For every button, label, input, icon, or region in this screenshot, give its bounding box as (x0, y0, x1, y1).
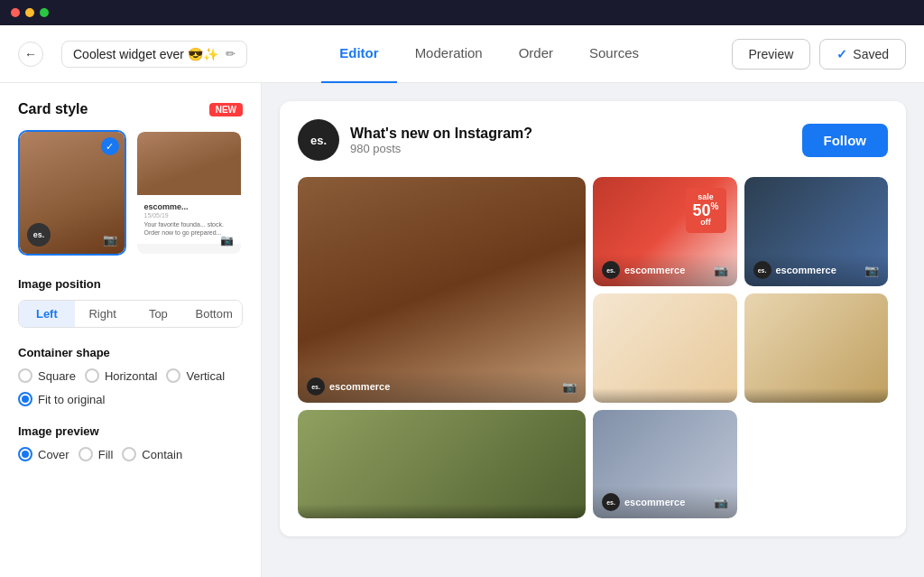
photo-grid: es. escommerce 📷 sale 50% off (298, 177, 888, 518)
photo-avatar-1: es. (307, 377, 325, 396)
container-shape-options: Square Horizontal Vertical Fit to origin… (18, 368, 243, 406)
maximize-button[interactable] (40, 8, 49, 17)
shape-vertical-label: Vertical (186, 369, 225, 383)
shape-square-label: Square (38, 369, 76, 383)
card-style-section: Card style NEW (18, 101, 243, 117)
container-shape-title: Container shape (18, 346, 243, 359)
photo-avatar-3: es. (753, 261, 772, 279)
sale-off: off (693, 219, 719, 228)
image-preview-options: Cover Fill Contain (18, 447, 243, 461)
image-position-tabs: Left Right Top Bottom (18, 300, 243, 328)
shape-horizontal-label: Horizontal (105, 369, 158, 383)
preview-contain[interactable]: Contain (122, 447, 182, 461)
right-content: es. What's new on Instagram? 980 posts F… (262, 83, 924, 577)
photo-cell-3[interactable]: es. escommerce 📷 (744, 177, 889, 286)
minimize-button[interactable] (25, 8, 34, 17)
photo-avatar-7: es. (602, 493, 620, 511)
follow-button[interactable]: Follow (802, 124, 889, 157)
photo-overlay-2: es. escommerce 📷 (593, 254, 737, 286)
photo-cell-5[interactable] (744, 293, 889, 403)
photo-avatar-2: es. (602, 261, 620, 279)
preview-button[interactable]: Preview (732, 39, 811, 70)
photo-username-3: escommerce (776, 265, 836, 275)
card-style-options: ✓ es. 📷 escomme... 15/05/19 Your favorit… (18, 130, 243, 256)
preview-contain-label: Contain (142, 448, 182, 461)
image-preview-title: Image preview (18, 424, 243, 438)
pos-tab-bottom[interactable]: Bottom (186, 301, 242, 327)
saved-label: Saved (853, 47, 889, 61)
photo-cell-1[interactable]: es. escommerce 📷 (298, 177, 586, 403)
tab-order[interactable]: Order (501, 25, 571, 83)
header-actions: Preview ✓ Saved (732, 39, 907, 70)
photo-username-1: escommerce (329, 381, 390, 392)
photo-cell-6[interactable] (298, 410, 586, 518)
sale-badge: sale 50% off (686, 188, 726, 233)
pos-tab-top[interactable]: Top (131, 301, 187, 327)
edit-icon[interactable]: ✏ (226, 47, 236, 60)
photo-overlay-7: es. escommerce 📷 (593, 486, 737, 518)
pos-tab-left[interactable]: Left (19, 301, 75, 327)
widget-title-text: Coolest widget ever 😎✨ (73, 47, 218, 61)
photo-username-7: escommerce (624, 497, 685, 507)
image-position-title: Image position (18, 277, 243, 291)
preview-fill-label: Fill (98, 448, 114, 461)
preview-fill-radio[interactable] (79, 447, 93, 461)
widget-avatar: es. (298, 119, 339, 161)
instagram-icon: 📷 (103, 233, 117, 247)
title-bar (0, 0, 924, 25)
photo-user-2: es. escommerce (602, 261, 685, 279)
back-button[interactable]: ← (18, 42, 43, 67)
shape-vertical[interactable]: Vertical (166, 368, 225, 383)
shape-square-radio[interactable] (18, 368, 32, 383)
photo-overlay-4 (593, 388, 737, 403)
widget-title-box[interactable]: Coolest widget ever 😎✨ ✏ (61, 41, 247, 68)
photo-ig-icon-7: 📷 (714, 496, 728, 509)
tab-sources[interactable]: Sources (571, 25, 657, 83)
saved-check-icon: ✓ (836, 47, 847, 61)
selected-check-icon: ✓ (101, 137, 119, 155)
photo-cell-7[interactable]: es. escommerce 📷 (593, 410, 737, 518)
nav-tabs: Editor Moderation Order Sources (265, 25, 714, 83)
card2-brand: escomme... (144, 202, 235, 211)
photo-overlay-1: es. escommerce 📷 (298, 370, 586, 403)
photo-cell-2[interactable]: sale 50% off es. escommerce 📷 (593, 177, 737, 286)
shape-horizontal[interactable]: Horizontal (85, 368, 158, 383)
widget-header: es. What's new on Instagram? 980 posts F… (298, 119, 888, 161)
close-button[interactable] (11, 8, 20, 17)
card2-ig-icon: 📷 (220, 234, 234, 247)
new-badge: NEW (209, 103, 243, 116)
photo-ig-icon-1: 📷 (562, 380, 577, 394)
widget-title: What's new on Instagram? (350, 126, 532, 142)
preview-cover[interactable]: Cover (18, 447, 69, 461)
shape-vertical-radio[interactable] (166, 368, 180, 383)
card-option-2[interactable]: escomme... 15/05/19 Your favorite founda… (135, 130, 244, 256)
pos-tab-right[interactable]: Right (75, 301, 131, 327)
widget-container: es. What's new on Instagram? 980 posts F… (280, 101, 906, 536)
photo-ig-icon-3: 📷 (864, 264, 879, 277)
photo-user-1: es. escommerce (307, 377, 390, 396)
shape-square[interactable]: Square (18, 368, 76, 383)
photo-overlay-5 (744, 388, 889, 403)
photo-overlay-6 (298, 504, 586, 518)
photo-cell-4[interactable] (593, 293, 737, 403)
preview-contain-radio[interactable] (122, 447, 136, 461)
left-panel: Card style NEW ✓ es. 📷 escomme... (0, 83, 262, 577)
preview-fill[interactable]: Fill (79, 447, 114, 461)
shape-horizontal-radio[interactable] (85, 368, 99, 383)
card-option-1[interactable]: ✓ es. 📷 (18, 130, 126, 256)
photo-overlay-3: es. escommerce 📷 (744, 254, 889, 286)
photo-ig-icon-2: 📷 (714, 264, 728, 277)
shape-fit[interactable]: Fit to original (18, 392, 105, 406)
preview-cover-radio[interactable] (18, 447, 32, 461)
photo-username-2: escommerce (624, 265, 685, 275)
photo-user-7: es. escommerce (602, 493, 685, 511)
photo-user-3: es. escommerce (753, 261, 836, 279)
card1-logo: es. (27, 223, 51, 247)
saved-button[interactable]: ✓ Saved (819, 39, 906, 70)
shape-fit-label: Fit to original (38, 393, 105, 406)
tab-editor[interactable]: Editor (321, 25, 396, 83)
card2-date: 15/05/19 (144, 212, 235, 219)
shape-fit-radio[interactable] (18, 392, 32, 406)
tab-moderation[interactable]: Moderation (397, 25, 501, 83)
preview-cover-label: Cover (38, 448, 69, 461)
